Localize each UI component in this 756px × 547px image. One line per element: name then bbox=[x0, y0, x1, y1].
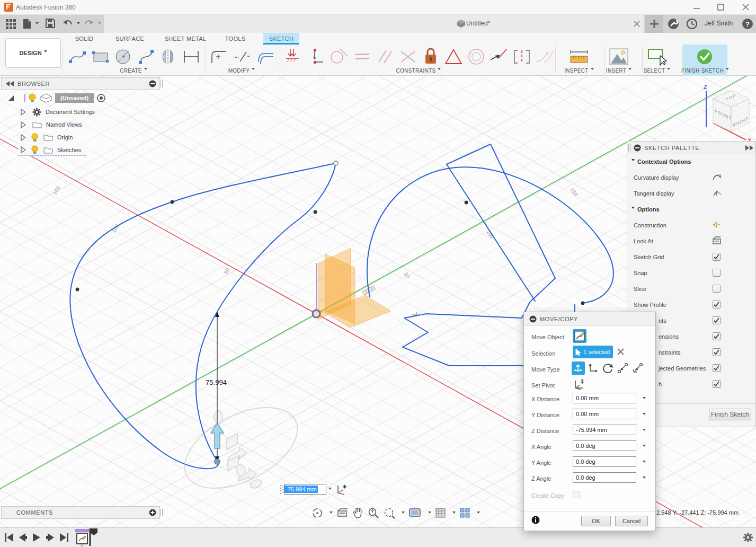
expand-root-icon[interactable] bbox=[7, 95, 14, 102]
zoom-window-icon[interactable] bbox=[384, 507, 395, 519]
root-activate-radio-icon[interactable] bbox=[97, 94, 105, 102]
browser-minimize-icon[interactable] bbox=[149, 80, 156, 87]
browser-panel-header[interactable]: BROWSER bbox=[1, 77, 160, 90]
display-settings-icon[interactable] bbox=[409, 508, 422, 518]
sketch-grid-checkbox[interactable] bbox=[713, 253, 721, 261]
browser-item-sketches[interactable]: Sketches bbox=[18, 144, 86, 156]
constraint-symmetry[interactable] bbox=[511, 47, 532, 67]
move-type-translate[interactable] bbox=[586, 361, 600, 375]
tab-surface[interactable]: SURFACE bbox=[111, 33, 148, 45]
occluded-5-checkbox[interactable] bbox=[713, 380, 721, 388]
create-circle-tool[interactable] bbox=[113, 47, 134, 67]
expand-icon[interactable] bbox=[20, 134, 26, 141]
orbit-dropdown-icon[interactable] bbox=[330, 511, 333, 515]
job-status-icon[interactable] bbox=[668, 18, 679, 30]
root-document-name[interactable]: (Unsaved) bbox=[55, 93, 94, 103]
occluded-2-checkbox[interactable] bbox=[713, 332, 721, 340]
tab-solid[interactable]: SOLID bbox=[68, 33, 101, 45]
browser-item-document-settings[interactable]: Document Settings bbox=[18, 106, 100, 118]
constraint-equal[interactable] bbox=[352, 47, 373, 67]
zoom-icon[interactable] bbox=[368, 507, 379, 519]
look-at-icon[interactable] bbox=[337, 508, 349, 518]
close-button[interactable] bbox=[737, 2, 753, 13]
timeline-play-icon[interactable] bbox=[32, 533, 41, 542]
browser-item-named-views[interactable]: Named Views bbox=[18, 119, 87, 130]
move-type-rotate[interactable] bbox=[601, 361, 615, 375]
modify-fillet-tool[interactable] bbox=[208, 47, 229, 67]
constraint-perpendicular[interactable] bbox=[397, 47, 419, 67]
constraint-coincident[interactable] bbox=[282, 47, 304, 67]
y-distance-input[interactable]: 0.00 mm bbox=[573, 409, 636, 419]
constraint-polygon[interactable] bbox=[443, 47, 464, 67]
occluded-1-checkbox[interactable] bbox=[713, 316, 721, 324]
create-dimension-tool[interactable] bbox=[181, 47, 202, 67]
move-type-point-to-point[interactable] bbox=[616, 361, 629, 375]
modify-trim-tool[interactable] bbox=[232, 47, 253, 67]
timeline-position-marker[interactable] bbox=[88, 528, 99, 546]
y-angle-input[interactable]: 0.0 deg bbox=[573, 456, 636, 467]
redo-button[interactable] bbox=[84, 19, 94, 28]
add-comment-icon[interactable] bbox=[149, 509, 156, 516]
move-type-free-move[interactable] bbox=[572, 361, 585, 375]
zoom-window-dropdown-icon[interactable] bbox=[402, 511, 405, 515]
browser-item-origin[interactable]: Origin bbox=[18, 131, 78, 143]
expand-icon[interactable] bbox=[20, 109, 26, 116]
cancel-button[interactable]: Cancel bbox=[615, 516, 648, 526]
minimize-button[interactable] bbox=[689, 2, 705, 13]
constraint-horizontal-vertical[interactable] bbox=[306, 47, 327, 67]
section-options[interactable]: Options bbox=[632, 206, 660, 213]
constraint-fix-lock[interactable] bbox=[420, 47, 441, 67]
ok-button[interactable]: OK bbox=[581, 516, 611, 526]
x-angle-dropdown-icon[interactable] bbox=[643, 445, 646, 448]
modify-offset-tool[interactable] bbox=[255, 47, 277, 67]
z-angle-dropdown-icon[interactable] bbox=[643, 477, 646, 480]
user-account-button[interactable]: Jeff Smith bbox=[705, 20, 733, 27]
set-pivot-button[interactable] bbox=[573, 378, 585, 391]
grid-display-dropdown-icon[interactable] bbox=[452, 511, 456, 515]
group-label-create[interactable]: CREATE bbox=[112, 68, 155, 74]
browser-root-row[interactable]: (Unsaved) bbox=[7, 92, 105, 104]
finish-sketch-palette-button[interactable]: Finish Sketch bbox=[709, 409, 751, 420]
viewcube[interactable]: Z X TOP FRONT RIGHT bbox=[698, 81, 756, 143]
close-tab-icon[interactable] bbox=[634, 21, 640, 27]
app-grid-icon[interactable] bbox=[5, 19, 16, 29]
expand-icon[interactable] bbox=[20, 146, 26, 153]
workspace-selector[interactable]: DESIGN bbox=[5, 38, 61, 68]
file-menu-button[interactable] bbox=[22, 19, 32, 29]
visibility-bulb-icon[interactable] bbox=[31, 133, 38, 142]
clear-selection-icon[interactable] bbox=[617, 348, 624, 355]
palette-minimize-icon[interactable] bbox=[634, 144, 641, 152]
y-angle-dropdown-icon[interactable] bbox=[643, 461, 646, 464]
sketch-palette-header[interactable]: SKETCH PALETTE bbox=[627, 142, 755, 154]
constraint-midpoint[interactable] bbox=[488, 47, 509, 67]
orbit-icon[interactable] bbox=[312, 507, 323, 519]
root-visibility-bulb-icon[interactable] bbox=[29, 93, 36, 103]
info-icon[interactable] bbox=[531, 516, 540, 524]
select-tool[interactable] bbox=[646, 47, 668, 67]
timeline-step-back-icon[interactable] bbox=[18, 533, 28, 542]
constraint-concentric[interactable] bbox=[466, 47, 487, 67]
slice-checkbox[interactable] bbox=[713, 285, 721, 293]
create-spline-tool[interactable] bbox=[67, 47, 88, 67]
tab-tools[interactable]: TOOLS bbox=[220, 33, 251, 45]
constraint-parallel[interactable] bbox=[375, 47, 396, 67]
group-label-insert[interactable]: INSERT bbox=[600, 68, 638, 74]
maximize-button[interactable] bbox=[713, 2, 728, 13]
timeline-skip-end-icon[interactable] bbox=[59, 533, 69, 542]
curvature-display-icon[interactable] bbox=[712, 172, 722, 182]
group-label-constraints[interactable]: CONSTRAINTS bbox=[387, 68, 450, 74]
document-tab[interactable]: Untitled* bbox=[104, 15, 644, 33]
pan-icon[interactable] bbox=[353, 507, 363, 519]
look-at-icon[interactable] bbox=[712, 236, 722, 245]
move-object-type-button[interactable] bbox=[573, 329, 586, 343]
y-distance-dropdown-icon[interactable] bbox=[643, 413, 646, 417]
z-angle-input[interactable]: 0.0 deg bbox=[573, 472, 636, 483]
comments-panel-header[interactable]: COMMENTS bbox=[1, 506, 160, 519]
palette-grip[interactable] bbox=[628, 144, 630, 152]
occluded-4-checkbox[interactable] bbox=[713, 364, 721, 372]
history-clock-icon[interactable] bbox=[686, 18, 698, 30]
viewports-icon[interactable] bbox=[460, 508, 470, 518]
z-distance-input[interactable]: -75.994 mm bbox=[573, 425, 636, 435]
inspect-measure-tool[interactable] bbox=[568, 47, 590, 67]
timeline-step-forward-icon[interactable] bbox=[46, 533, 55, 542]
